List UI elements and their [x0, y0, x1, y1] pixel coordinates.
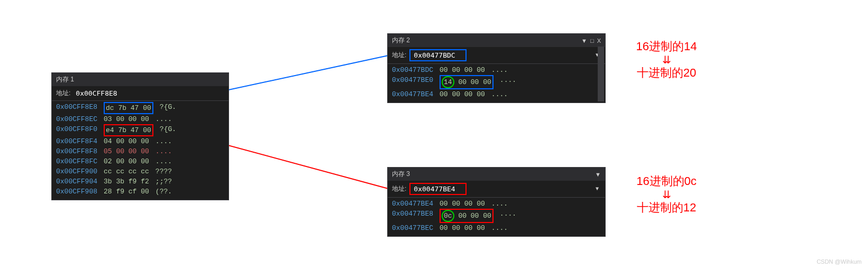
memory-ascii: ....	[156, 146, 172, 156]
address-input-3[interactable]	[412, 184, 464, 194]
highlight-box: dc 7b 47 00	[104, 102, 153, 114]
memory-address: 0x00477BE8	[392, 209, 440, 223]
highlight-box: 14 00 00 00	[440, 75, 494, 89]
memory-row: 0x00CFF8F404 00 00 00....	[56, 136, 224, 146]
memory-ascii: ....	[156, 156, 172, 166]
dropdown-icon[interactable]: ▼	[595, 171, 601, 178]
memory-panel-3: 内存 3 ▼ 地址: ▼ 0x00477BE400 00 00 00....0x…	[387, 167, 606, 237]
address-bar-3: 地址: ▼	[388, 181, 605, 198]
memory-address: 0x00477BEC	[392, 223, 440, 233]
memory-ascii: ....	[500, 209, 516, 223]
annotation-dec-text: 十进制的12	[624, 201, 709, 215]
memory-bytes: 00 00 00 00	[440, 65, 485, 75]
memory-row: 0x00477BEC00 00 00 00....	[392, 223, 601, 233]
window-icon[interactable]: □	[590, 38, 594, 44]
memory-bytes: dc 7b 47 00	[104, 102, 153, 114]
memory-bytes: 04 00 00 00	[104, 136, 149, 146]
memory-row: 0x00CFF8EC03 00 00 00....	[56, 114, 224, 124]
memory-bytes: 00 00 00 00	[440, 223, 485, 233]
memory-row: 0x00477BE80c 00 00 00....	[392, 209, 601, 223]
memory-ascii: ;;??	[156, 177, 172, 187]
address-bar-1: 地址:	[52, 86, 229, 101]
highlighted-byte: 14	[442, 76, 454, 88]
dropdown-icon[interactable]: ▼	[581, 38, 587, 44]
memory-ascii: ....	[491, 65, 508, 75]
address-label: 地址:	[392, 184, 406, 193]
highlighted-byte: 0c	[442, 210, 454, 222]
panel-title-label: 内存 3	[392, 170, 410, 179]
memory-ascii: ....	[491, 199, 508, 209]
memory-address: 0x00CFF8F0	[56, 124, 104, 136]
address-label: 地址:	[392, 51, 406, 60]
memory-ascii: ....	[491, 223, 508, 233]
memory-content-3: 0x00477BE400 00 00 00....0x00477BE80c 00…	[388, 198, 605, 236]
highlight-box: e4 7b 47 00	[104, 124, 153, 136]
panel-title-label: 内存 2	[392, 36, 410, 45]
annotation-dec-text: 十进制的20	[624, 66, 709, 80]
memory-ascii: (??.	[156, 187, 172, 197]
memory-bytes: cc cc cc cc	[104, 166, 149, 177]
memory-address: 0x00477BE4	[392, 199, 440, 209]
memory-ascii: ????	[156, 166, 172, 177]
annotation-hex14: 16进制的14 ⇊ 十进制的20	[624, 40, 709, 80]
address-label: 地址:	[56, 89, 70, 98]
scrollbar-vertical[interactable]	[598, 47, 604, 101]
memory-address: 0x00CFF8F4	[56, 136, 104, 146]
memory-bytes: 05 00 00 00	[104, 146, 149, 156]
address-input-2[interactable]	[412, 50, 464, 60]
memory-bytes: 03 00 00 00	[104, 114, 149, 124]
close-icon[interactable]: X	[597, 38, 601, 44]
panel-title-2: 内存 2 ▼ □ X	[388, 34, 605, 47]
memory-row: 0x00477BE400 00 00 00....	[392, 199, 601, 209]
memory-row: 0x00CFF8F0e4 7b 47 00?{G.	[56, 124, 224, 136]
memory-content-2: 0x00477BDC00 00 00 00....0x00477BE014 00…	[388, 64, 605, 103]
memory-ascii: ....	[156, 136, 172, 146]
memory-panel-2: 内存 2 ▼ □ X 地址: ▼ 0x00477BDC00 00 00 00..…	[387, 33, 606, 103]
watermark-text: CSDN @Wihkum	[817, 258, 862, 265]
window-controls: ▼	[595, 171, 601, 178]
panel-title-1: 内存 1	[52, 73, 229, 86]
annotation-hex0c: 16进制的0c ⇊ 十进制的12	[624, 174, 709, 215]
memory-address: 0x00477BDC	[392, 65, 440, 75]
memory-bytes: 14 00 00 00	[440, 75, 494, 89]
arrow-down-icon: ⇊	[624, 189, 709, 200]
memory-address: 0x00CFF8FC	[56, 156, 104, 166]
memory-address: 0x00477BE4	[392, 89, 440, 99]
highlight-box: 0c 00 00 00	[440, 209, 494, 223]
memory-address: 0x00CFF904	[56, 177, 104, 187]
memory-address: 0x00CFF908	[56, 187, 104, 197]
memory-panel-1: 内存 1 地址: 0x00CFF8E8dc 7b 47 00?{G.0x00CF…	[51, 72, 229, 200]
memory-bytes: 28 f9 cf 00	[104, 187, 149, 197]
memory-bytes: e4 7b 47 00	[104, 124, 153, 136]
memory-address: 0x00CFF8EC	[56, 114, 104, 124]
memory-row: 0x00CFF8FC02 00 00 00....	[56, 156, 224, 166]
memory-ascii: ?{G.	[160, 124, 176, 136]
memory-row: 0x00477BE400 00 00 00....	[392, 89, 601, 99]
memory-row: 0x00CFF8F805 00 00 00....	[56, 146, 224, 156]
memory-row: 0x00CFF9043b 3b f9 f2;;??	[56, 177, 224, 187]
memory-row: 0x00CFF90828 f9 cf 00(??.	[56, 187, 224, 197]
memory-bytes: 3b 3b f9 f2	[104, 177, 149, 187]
memory-address: 0x00CFF900	[56, 166, 104, 177]
annotation-hex-text: 16进制的0c	[624, 174, 709, 188]
memory-row: 0x00CFF900cc cc cc cc????	[56, 166, 224, 177]
window-controls: ▼ □ X	[581, 38, 601, 44]
panel-title-3: 内存 3 ▼	[388, 168, 605, 181]
memory-bytes: 0c 00 00 00	[440, 209, 494, 223]
memory-content-1: 0x00CFF8E8dc 7b 47 00?{G.0x00CFF8EC03 00…	[52, 101, 229, 200]
address-input-1[interactable]	[74, 88, 224, 98]
memory-ascii: ?{G.	[160, 102, 176, 114]
memory-row: 0x00CFF8E8dc 7b 47 00?{G.	[56, 102, 224, 114]
address-bar-2: 地址: ▼	[388, 47, 605, 64]
memory-row: 0x00477BDC00 00 00 00....	[392, 65, 601, 75]
arrow-down-icon: ⇊	[624, 54, 709, 65]
memory-address: 0x00CFF8F8	[56, 146, 104, 156]
annotation-hex-text: 16进制的14	[624, 40, 709, 53]
memory-row: 0x00477BE014 00 00 00....	[392, 75, 601, 89]
memory-bytes: 00 00 00 00	[440, 199, 485, 209]
dropdown-icon[interactable]: ▼	[593, 186, 601, 192]
memory-address: 0x00477BE0	[392, 75, 440, 89]
memory-ascii: ....	[500, 75, 516, 89]
memory-address: 0x00CFF8E8	[56, 102, 104, 114]
memory-bytes: 00 00 00 00	[440, 89, 485, 99]
